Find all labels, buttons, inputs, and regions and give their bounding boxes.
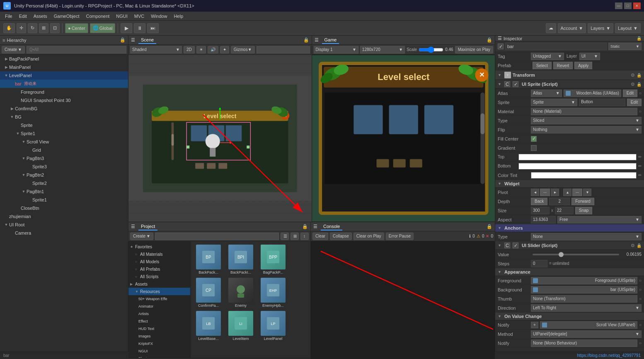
menu-gameobject[interactable]: GameObject bbox=[51, 13, 83, 19]
expand-arrow-icon[interactable]: ▼ bbox=[21, 189, 27, 194]
menu-component[interactable]: Component bbox=[82, 13, 113, 19]
list-item[interactable]: ▼ Sprite1 bbox=[0, 129, 128, 138]
thumb-circle-icon[interactable]: ○ bbox=[639, 296, 642, 301]
project-search-input[interactable] bbox=[155, 233, 279, 240]
expand-arrow-icon[interactable] bbox=[27, 180, 32, 186]
anchors-type-dropdown[interactable]: None ▼ bbox=[531, 233, 642, 240]
expand-arrow-icon[interactable] bbox=[9, 81, 15, 87]
menu-file[interactable]: File bbox=[2, 13, 16, 19]
method-dropdown[interactable]: UIPanel/[delegate] ▼ bbox=[531, 330, 642, 338]
play-button[interactable]: ▶ bbox=[121, 23, 132, 33]
list-item[interactable]: Grid bbox=[0, 146, 128, 154]
asset-item[interactable]: BP BackPack... bbox=[194, 245, 223, 274]
size-y-input[interactable] bbox=[555, 207, 574, 214]
material-circle-icon[interactable]: ○ bbox=[639, 109, 642, 114]
list-item[interactable]: ○ All Scripts bbox=[128, 273, 190, 280]
ui-slider-section-header[interactable]: ▼ C ✓ UI Slider (Script) ⚙ 🔒 bbox=[495, 241, 644, 250]
fill-center-checkbox[interactable]: ✓ bbox=[531, 136, 537, 142]
list-item[interactable]: zhujiemian bbox=[0, 212, 128, 221]
scene-lock-icon[interactable]: 🔒 bbox=[303, 37, 309, 43]
project-filter-button[interactable]: ⊞ bbox=[291, 233, 299, 240]
appearance-section-header[interactable]: ▼ Appearance bbox=[495, 268, 644, 276]
project-lock-icon[interactable]: 🔒 bbox=[302, 224, 308, 229]
list-item[interactable]: NGUI bbox=[128, 347, 190, 355]
list-item[interactable]: ★ Favorites bbox=[128, 243, 190, 250]
aspect-value-input[interactable] bbox=[531, 216, 556, 223]
list-item[interactable]: Sprite2 bbox=[0, 179, 128, 187]
expand-arrow-icon[interactable] bbox=[27, 197, 32, 203]
list-item[interactable]: ▶ MainPanel bbox=[0, 63, 128, 71]
asset-item[interactable]: BPI BackPackI... bbox=[226, 245, 255, 274]
step-button[interactable]: ⏭ bbox=[147, 23, 159, 33]
error-pause-button[interactable]: Error Pause bbox=[386, 233, 414, 240]
scale-tool-button[interactable]: ⊞ bbox=[39, 23, 48, 33]
object-active-checkbox[interactable]: ✓ bbox=[498, 44, 504, 49]
menu-window[interactable]: Window bbox=[148, 13, 170, 19]
hand-tool-button[interactable]: ✋ bbox=[3, 23, 15, 33]
expand-arrow-icon[interactable]: ▼ bbox=[9, 114, 15, 120]
asset-item[interactable]: LP LevelPanel bbox=[259, 311, 288, 341]
list-item[interactable]: NGUI Snapshot Point 30 bbox=[0, 96, 128, 104]
expand-arrow-icon[interactable]: ▼ bbox=[21, 172, 27, 178]
expand-arrow-icon[interactable] bbox=[27, 164, 32, 170]
cloud-button[interactable]: ☁ bbox=[546, 23, 556, 33]
list-item[interactable]: Sprite bbox=[0, 121, 128, 129]
list-item[interactable]: ▼ Resources bbox=[128, 288, 190, 295]
anchors-section-header[interactable]: ▼ Anchors bbox=[495, 224, 644, 232]
bottom-color-strip[interactable] bbox=[518, 163, 637, 170]
project-view-button[interactable]: ☰ bbox=[281, 233, 289, 240]
expand-arrow-icon[interactable] bbox=[15, 89, 21, 95]
inspector-lock-icon[interactable]: 🔒 bbox=[637, 36, 642, 41]
list-item[interactable]: ▼ PagBtn2 bbox=[0, 171, 128, 179]
maximize-play-button[interactable]: Maximize on Play bbox=[455, 46, 493, 53]
layers-dropdown[interactable]: Layers ▼ bbox=[588, 23, 613, 33]
tab-scene[interactable]: Scene bbox=[138, 36, 156, 44]
list-item[interactable]: bar 滑动来 bbox=[0, 80, 128, 88]
value-slider-thumb[interactable] bbox=[559, 252, 564, 257]
asset-item[interactable]: Enemy bbox=[226, 278, 255, 308]
tag-dropdown[interactable]: Untagged ▼ bbox=[531, 53, 564, 60]
move-tool-button[interactable]: ✛ bbox=[17, 23, 26, 33]
thumb-dropdown[interactable]: None (Transform) bbox=[531, 295, 637, 303]
game-lock-icon[interactable]: 🔒 bbox=[487, 37, 492, 43]
notify-1-circle-icon[interactable]: ○ bbox=[639, 323, 642, 327]
account-dropdown[interactable]: Account ▼ bbox=[558, 23, 586, 33]
list-item[interactable]: ○ All Materials bbox=[128, 250, 190, 258]
revert-button[interactable]: Revert bbox=[553, 62, 573, 69]
tab-game[interactable]: Game bbox=[322, 36, 339, 44]
bottom-color-edit-icon[interactable]: ✏ bbox=[638, 164, 642, 168]
ui-sprite-lock-icon[interactable]: 🔒 bbox=[637, 82, 642, 87]
list-item[interactable]: Effect bbox=[128, 318, 190, 325]
audio-button[interactable]: 🔊 bbox=[208, 46, 218, 53]
list-item[interactable]: ▼ Scroll View bbox=[0, 138, 128, 146]
list-item[interactable]: Artists bbox=[128, 310, 190, 318]
asset-item[interactable]: LI LevelItem bbox=[226, 311, 255, 341]
maximize-button[interactable]: □ bbox=[624, 2, 632, 9]
list-item[interactable]: ▼ BG bbox=[0, 113, 128, 121]
atlas-edit-button[interactable]: Edit bbox=[623, 90, 637, 97]
list-item[interactable]: CloseBtn bbox=[0, 204, 128, 212]
list-item[interactable]: ▶ BagPackPanel bbox=[0, 55, 128, 63]
color-tint-edit-icon[interactable]: ✏ bbox=[638, 173, 642, 177]
pivot-left-icon[interactable]: ◂ bbox=[531, 189, 539, 196]
list-item[interactable]: ▼ UI Root bbox=[0, 221, 128, 229]
clear-on-play-button[interactable]: Clear on Play bbox=[353, 233, 384, 240]
game-content[interactable]: Level select ✕ bbox=[312, 55, 495, 222]
depth-input[interactable] bbox=[549, 198, 570, 205]
ui-sprite-section-header[interactable]: ▼ C ✓ UI Sprite (Script) ⚙ 🔒 bbox=[495, 80, 644, 89]
type-dropdown[interactable]: Sliced ▼ bbox=[531, 117, 642, 124]
2d-button[interactable]: 2D bbox=[184, 46, 195, 53]
ui-slider-c-checkbox[interactable]: C bbox=[504, 243, 510, 248]
gizmos-button[interactable]: Gizmos ▼ bbox=[231, 46, 255, 53]
material-dropdown[interactable]: None (Material) bbox=[531, 108, 637, 115]
list-item[interactable]: ▼ PagBtn3 bbox=[0, 154, 128, 163]
ui-sprite-active-checkbox[interactable]: ✓ bbox=[513, 81, 518, 87]
expand-arrow-icon[interactable] bbox=[15, 122, 21, 128]
hierarchy-create-button[interactable]: Create ▼ bbox=[2, 46, 25, 53]
list-item[interactable]: Plugins bbox=[128, 355, 190, 358]
tab-project[interactable]: Project bbox=[138, 223, 157, 230]
ui-slider-gear-icon[interactable]: ⚙ bbox=[631, 243, 635, 248]
global-button[interactable]: 🌐 Global bbox=[90, 23, 116, 33]
pause-button[interactable]: ⏸ bbox=[134, 23, 145, 33]
pivot-center-button[interactable]: — bbox=[540, 189, 550, 196]
